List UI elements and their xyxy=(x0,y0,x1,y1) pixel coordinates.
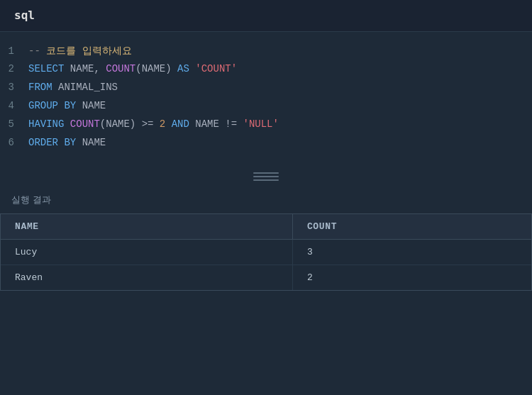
table-header: NAME COUNT xyxy=(1,214,531,240)
token: NAME xyxy=(76,100,106,111)
line-number: 4 xyxy=(0,100,28,111)
token: 2 xyxy=(160,118,165,130)
token: AS xyxy=(177,63,189,74)
line-content: FROM ANIMAL_INS xyxy=(28,82,118,93)
code-line: 2SELECT NAME, COUNT(NAME) AS 'COUNT' xyxy=(0,62,532,80)
token: FROM xyxy=(28,82,52,93)
header-title: sql xyxy=(14,9,35,22)
token: NAME != xyxy=(189,118,243,130)
app-container: sql 1-- 코드를 입력하세요2SELECT NAME, COUNT(NAM… xyxy=(0,0,532,395)
token: COUNT xyxy=(106,63,135,74)
line-content: SELECT NAME, COUNT(NAME) AS 'COUNT' xyxy=(28,63,237,74)
token: SELECT xyxy=(28,63,64,74)
token: NAME, xyxy=(64,63,106,74)
token xyxy=(64,118,70,130)
token: ANIMAL_INS xyxy=(52,82,118,93)
code-line: 5HAVING COUNT(NAME) >= 2 AND NAME != 'NU… xyxy=(0,117,532,135)
results-section: 실행 결과 NAME COUNT Lucy3Raven2 xyxy=(0,188,532,395)
line-content: HAVING COUNT(NAME) >= 2 AND NAME != 'NUL… xyxy=(28,118,279,130)
column-header-count: COUNT xyxy=(292,214,531,240)
code-editor[interactable]: 1-- 코드를 입력하세요2SELECT NAME, COUNT(NAME) A… xyxy=(0,32,532,165)
token: 코드를 입력하세요 xyxy=(46,45,131,57)
results-header: 실행 결과 xyxy=(0,188,532,213)
line-content: -- 코드를 입력하세요 xyxy=(28,45,132,57)
cell-count: 2 xyxy=(292,265,531,291)
divider-line-1 xyxy=(253,172,279,174)
table-header-row: NAME COUNT xyxy=(1,214,531,240)
token: COUNT xyxy=(70,118,100,130)
divider-section xyxy=(0,165,532,188)
line-content: ORDER BY NAME xyxy=(28,137,106,148)
divider-line-2 xyxy=(253,176,279,177)
column-header-name: NAME xyxy=(1,214,292,240)
cell-count: 3 xyxy=(292,240,531,265)
line-number: 5 xyxy=(0,118,28,130)
code-line: 6ORDER BY NAME xyxy=(0,135,532,154)
token: BY xyxy=(64,137,76,148)
token: BY xyxy=(64,100,76,111)
table-row: Lucy3 xyxy=(1,240,531,265)
token: 'NULL' xyxy=(243,118,279,130)
token: AND xyxy=(172,118,189,130)
token: -- xyxy=(28,45,46,57)
token: ORDER xyxy=(28,137,58,148)
cell-name: Lucy xyxy=(1,240,292,265)
token: HAVING xyxy=(28,118,64,130)
code-line: 1-- 코드를 입력하세요 xyxy=(0,43,532,62)
line-number: 2 xyxy=(0,63,28,74)
token: NAME xyxy=(76,137,106,148)
results-table-container: NAME COUNT Lucy3Raven2 xyxy=(0,213,532,291)
line-number: 3 xyxy=(0,82,28,93)
line-number: 6 xyxy=(0,137,28,148)
cell-name: Raven xyxy=(1,265,292,291)
divider-line-3 xyxy=(253,179,279,181)
results-table: NAME COUNT Lucy3Raven2 xyxy=(1,214,531,290)
divider-handle[interactable] xyxy=(253,172,279,181)
token: (NAME) >= xyxy=(100,118,160,130)
code-line: 4GROUP BY NAME xyxy=(0,99,532,117)
table-body: Lucy3Raven2 xyxy=(1,240,531,291)
line-number: 1 xyxy=(0,45,28,57)
line-content: GROUP BY NAME xyxy=(28,100,106,111)
header: sql xyxy=(0,0,532,32)
token: GROUP xyxy=(28,100,58,111)
token: 'COUNT' xyxy=(195,63,237,74)
code-line: 3FROM ANIMAL_INS xyxy=(0,80,532,99)
token: (NAME) xyxy=(135,63,177,74)
table-row: Raven2 xyxy=(1,265,531,291)
token xyxy=(165,118,171,130)
